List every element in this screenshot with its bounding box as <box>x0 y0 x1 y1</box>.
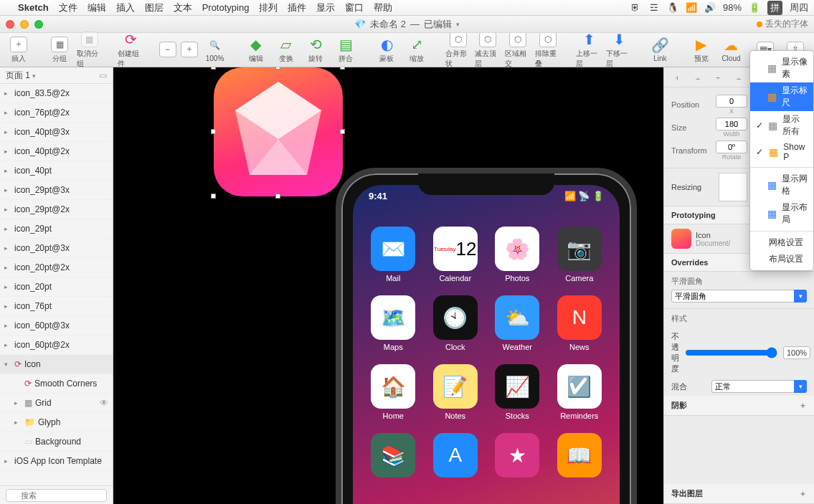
layer-item[interactable]: ▸▦ Grid👁 <box>0 394 113 413</box>
forward-button[interactable]: ⬆上移一层 <box>576 32 602 69</box>
volume-icon[interactable]: 🔊 <box>704 2 716 14</box>
pages-header[interactable]: 页面 1 ▾ ▭ <box>0 67 113 84</box>
dropdown-item[interactable]: ▦显示布局 <box>750 199 813 228</box>
opacity-slider[interactable] <box>685 347 777 358</box>
blend-select[interactable]: 正常 <box>711 380 796 393</box>
layer-item[interactable]: ▸icon_76pt <box>0 297 113 316</box>
opacity-value[interactable]: 100% <box>783 346 810 359</box>
minimize-window-icon[interactable] <box>20 20 29 29</box>
insert-button[interactable]: ＋插入 <box>6 37 32 64</box>
export-header[interactable]: 导出图层＋ <box>664 484 814 504</box>
create-symbol-button[interactable]: ⟳创建组件 <box>118 32 143 69</box>
menu-insert[interactable]: 插入 <box>116 1 135 14</box>
missing-fonts-warning[interactable]: 丢失的字体 <box>757 18 808 30</box>
layer-item[interactable]: ▸icon_29pt@2x <box>0 200 113 219</box>
select-chevron-icon[interactable]: ▾ <box>794 380 807 393</box>
menu-layer[interactable]: 图层 <box>145 1 164 14</box>
menu-prototyping[interactable]: Prototyping <box>202 2 250 13</box>
union-button[interactable]: ⬡合并形状 <box>445 32 471 69</box>
layer-item[interactable]: ▸icon_29pt@3x <box>0 181 113 200</box>
pages-toggle-icon[interactable]: ▭ <box>99 70 107 80</box>
canvas[interactable]: 9:41 📶 📡 🔋 ✉️MailTuesday12Calendar🌸Photo… <box>113 67 663 504</box>
menu-file[interactable]: 文件 <box>59 1 77 14</box>
menu-window[interactable]: 窗口 <box>345 1 364 14</box>
layer-item[interactable]: ▸icon_83.5@2x <box>0 84 113 103</box>
menu-edit[interactable]: 编辑 <box>87 1 106 14</box>
layer-item[interactable]: ▸icon_40pt@2x <box>0 142 113 161</box>
layer-search-input[interactable] <box>6 489 107 502</box>
dropdown-item[interactable]: ▦显示像素 <box>750 54 813 82</box>
layer-item[interactable]: ▸icon_60pt@3x <box>0 316 113 336</box>
visibility-icon[interactable]: 👁 <box>100 398 108 408</box>
resizing-constraints[interactable] <box>719 173 747 201</box>
wifi-icon[interactable]: 📶 <box>686 2 697 14</box>
subtract-button[interactable]: ⬡减去顶层 <box>475 32 501 69</box>
shadow-header[interactable]: 阴影＋ <box>664 396 814 416</box>
add-export-icon[interactable]: ＋ <box>799 488 807 499</box>
zoom-out-button[interactable]: − <box>159 42 176 59</box>
mask-button[interactable]: ◐蒙板 <box>374 37 400 64</box>
layer-item-icon[interactable]: ▾⟳ Icon <box>0 355 113 374</box>
chevron-down-icon[interactable]: ▾ <box>456 21 460 28</box>
pos-x-input[interactable] <box>716 95 747 108</box>
close-window-icon[interactable] <box>6 20 14 29</box>
dropdown-item[interactable]: ✓▦Show P <box>750 140 813 164</box>
align-left-icon[interactable]: ⫞ <box>670 71 684 84</box>
cloud-button[interactable]: ☁Cloud <box>719 37 744 62</box>
preview-button[interactable]: ▶预览 <box>688 37 714 64</box>
status-icon[interactable]: ☲ <box>648 2 660 14</box>
shield-icon[interactable]: ⛨ <box>630 2 641 14</box>
transform-button[interactable]: ▱变换 <box>273 37 299 64</box>
layer-item[interactable]: ▸icon_40pt@3x <box>0 123 113 142</box>
app-icon-artboard[interactable] <box>214 67 343 196</box>
rotate-button[interactable]: ⟲旋转 <box>303 37 328 64</box>
override-select[interactable]: 平滑圆角 <box>671 290 796 303</box>
layer-item[interactable]: ▭ Background <box>0 432 113 452</box>
battery-text[interactable]: 98% <box>723 2 742 13</box>
backward-button[interactable]: ⬇下移一层 <box>606 32 632 69</box>
scale-button[interactable]: ⤢缩放 <box>404 37 430 64</box>
intersect-button[interactable]: ⬡区域相交 <box>505 32 531 69</box>
align-hcenter-icon[interactable]: ⫠ <box>691 71 705 84</box>
ungroup-button[interactable]: ▦取消分组 <box>77 32 103 69</box>
menu-view[interactable]: 显示 <box>316 1 335 14</box>
dropdown-item[interactable]: 布局设置 <box>750 251 813 267</box>
zoom-in-button[interactable]: ＋ <box>181 42 198 59</box>
menu-plugins[interactable]: 插件 <box>288 1 306 14</box>
dropdown-item[interactable]: ▦显示网格 <box>750 171 813 199</box>
qq-icon[interactable]: 🐧 <box>667 2 678 14</box>
layer-item[interactable]: ▸icon_20pt@2x <box>0 258 113 277</box>
edit-button[interactable]: ◆编辑 <box>243 37 269 64</box>
layer-item[interactable]: ▸icon_20pt <box>0 277 113 297</box>
rotate-input[interactable] <box>716 141 747 153</box>
input-method[interactable]: 拼 <box>767 1 782 15</box>
dropdown-item[interactable]: ▦显示标尺 <box>750 82 813 111</box>
zoom-window-icon[interactable] <box>34 20 43 29</box>
zoom-level[interactable]: 🔍100% <box>202 37 228 62</box>
align-right-icon[interactable]: ⫟ <box>711 71 726 84</box>
difference-button[interactable]: ⬡排除重叠 <box>535 32 561 69</box>
battery-icon[interactable]: 🔋 <box>749 2 760 14</box>
layer-item[interactable]: ▸iOS App Icon Template <box>0 452 113 471</box>
menu-help[interactable]: 帮助 <box>374 1 392 14</box>
dropdown-item[interactable]: 网格设置 <box>750 234 813 251</box>
select-chevron-icon[interactable]: ▾ <box>794 290 807 303</box>
layer-item[interactable]: ▸icon_20pt@3x <box>0 239 113 258</box>
group-button[interactable]: ▦分组 <box>47 37 72 64</box>
app-menu[interactable]: Sketch <box>18 2 49 13</box>
layer-item[interactable]: ▸📁 Glyph <box>0 413 113 432</box>
date-text[interactable]: 周四 <box>790 1 808 14</box>
layer-item[interactable]: ▸icon_40pt <box>0 161 113 181</box>
document-title[interactable]: 💎 未命名 2 — 已编辑 ▾ <box>354 18 460 31</box>
link-button[interactable]: 🔗Link <box>647 37 673 62</box>
flatten-button[interactable]: ▤拼合 <box>333 37 359 64</box>
layer-item[interactable]: ⟳ Smooth Corners <box>0 374 113 394</box>
menu-arrange[interactable]: 排列 <box>259 1 278 14</box>
menu-text[interactable]: 文本 <box>174 1 192 14</box>
dropdown-item[interactable]: ✓▦显示所有 <box>750 111 813 140</box>
add-shadow-icon[interactable]: ＋ <box>799 400 807 411</box>
width-input[interactable] <box>716 118 747 130</box>
layer-item[interactable]: ▸icon_29pt <box>0 219 113 239</box>
layer-item[interactable]: ▸icon_76pt@2x <box>0 103 113 123</box>
layer-item[interactable]: ▸icon_60pt@2x <box>0 336 113 355</box>
